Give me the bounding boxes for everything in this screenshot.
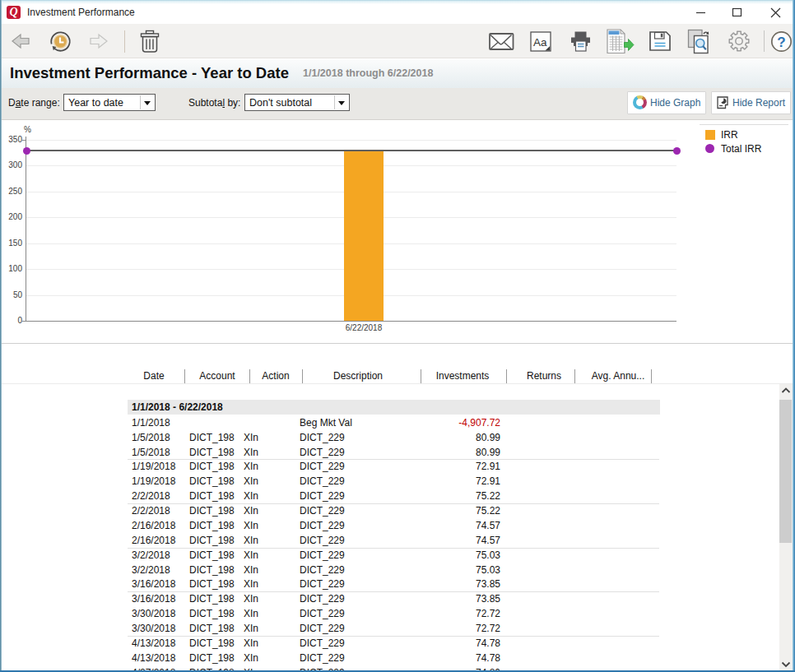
svg-text:?: ?	[777, 35, 785, 50]
svg-text:Aa: Aa	[533, 36, 547, 49]
